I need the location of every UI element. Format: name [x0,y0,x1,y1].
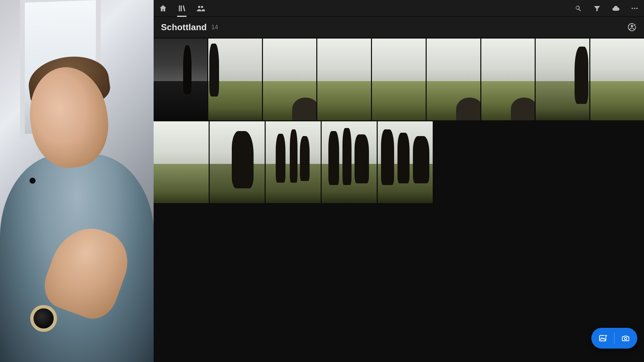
more-icon [631,4,639,12]
photo-app: Schottland 14 [154,0,644,362]
photo-thumbnail[interactable] [317,39,371,120]
photo-thumbnail[interactable] [154,39,207,120]
add-photos-fab[interactable] [591,328,637,349]
grid-row [154,121,644,203]
top-toolbar [154,0,644,17]
photo-thumbnail[interactable] [263,39,317,120]
nav-more[interactable] [630,0,639,17]
photo-grid [154,38,644,362]
library-icon [177,4,186,13]
svg-point-4 [631,25,633,27]
svg-point-0 [632,8,633,9]
people-icon [196,4,205,13]
photo-thumbnail[interactable] [481,39,535,120]
photo-thumbnail[interactable] [590,39,644,120]
svg-point-8 [625,338,627,340]
photo-thumbnail[interactable] [536,39,589,120]
photo-thumbnail[interactable] [154,121,209,203]
album-count: 14 [211,24,218,31]
photo-thumbnail[interactable] [378,121,433,203]
add-photo-icon [598,334,608,343]
cloud-icon [611,4,621,12]
svg-point-2 [636,8,638,9]
nav-home[interactable] [158,0,168,17]
album-header: Schottland 14 [154,17,644,38]
photo-thumbnail[interactable] [208,39,262,120]
presenter-webcam-overlay [0,0,154,362]
svg-point-1 [634,8,635,9]
profile-icon [628,23,636,32]
nav-library[interactable] [177,0,186,17]
photo-thumbnail[interactable] [372,39,426,120]
nav-people[interactable] [196,0,205,17]
grid-row [154,39,644,120]
camera-icon [621,334,631,343]
nav-cloud[interactable] [611,0,621,17]
fab-divider [614,333,614,344]
album-title: Schottland [161,22,207,33]
filter-icon [593,4,601,12]
photo-thumbnail[interactable] [322,121,377,203]
search-icon [574,4,582,12]
photo-thumbnail[interactable] [210,121,265,203]
photo-thumbnail[interactable] [427,39,480,120]
nav-filter[interactable] [592,0,602,17]
share-profile-button[interactable] [627,22,637,32]
photo-thumbnail[interactable] [266,121,321,203]
nav-search[interactable] [574,0,583,17]
home-icon [159,4,167,13]
